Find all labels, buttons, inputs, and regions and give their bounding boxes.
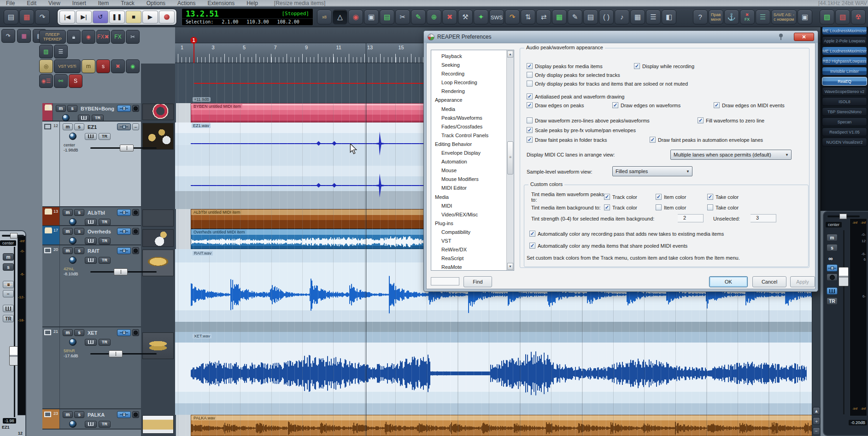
fx-show-button[interactable]: FX: [111, 30, 125, 44]
save-as-numbered-button[interactable]: SAVE AS: -с номером: [771, 10, 797, 24]
radiation-cleanup-button[interactable]: ☢: [851, 10, 866, 24]
pan-knob[interactable]: [69, 420, 76, 428]
track-icon-tab[interactable]: 21: [42, 327, 60, 408]
volume-slider[interactable]: [90, 147, 157, 149]
routing-button[interactable]: [117, 123, 131, 130]
delete-project-folder-button[interactable]: ▧: [835, 10, 850, 24]
solo-all-button[interactable]: s: [96, 59, 110, 73]
pan-knob[interactable]: [69, 237, 76, 244]
envelope-button[interactable]: [85, 238, 97, 244]
remove-fx-button[interactable]: ✖: [442, 10, 457, 24]
prefs-nav-mouse-modifiers[interactable]: Mouse Modifiers: [431, 175, 514, 184]
lock-button[interactable]: 🔒︎: [67, 30, 81, 44]
cd-button[interactable]: ◎: [39, 59, 53, 73]
track-name[interactable]: PALKA: [88, 412, 105, 418]
collapse-button[interactable]: −: [3, 290, 14, 297]
menu-track[interactable]: Track: [115, 0, 141, 6]
track-icon-tab[interactable]: 12: [42, 122, 60, 206]
prefs-nav-track-control-panels[interactable]: Track Control Panels: [431, 131, 514, 140]
menu-item[interactable]: Item: [92, 0, 115, 6]
scroll-up-icon[interactable]: ▲: [507, 51, 513, 58]
pin-icon[interactable]: [779, 34, 783, 37]
dialog-titlebar[interactable]: REAPER Preferences ✕: [424, 31, 818, 43]
fx-slot-isol8[interactable]: ISOL8: [822, 97, 867, 106]
prefs-nav-loop-recording[interactable]: Loop Recording: [431, 78, 514, 87]
zoom-in-vertical-button[interactable]: ＋: [813, 417, 820, 425]
menu-extensions[interactable]: Extensions: [201, 0, 240, 6]
prefs-nav-list[interactable]: PlaybackSeekingRecordingLoop RecordingRe…: [431, 50, 514, 271]
scrollbar-thumb[interactable]: [507, 141, 513, 174]
nav-scrollbar[interactable]: ▲ ▼: [506, 50, 514, 270]
theme-color-button[interactable]: ▦: [19, 10, 34, 24]
checkbox[interactable]: ✓: [656, 194, 662, 200]
lane-palka[interactable]: PALKA.wav: [175, 415, 821, 436]
checkbox[interactable]: [707, 204, 713, 210]
envelope-pencil-button[interactable]: ✎: [568, 10, 582, 24]
zoom-tool-button[interactable]: ⊕: [427, 10, 441, 24]
checkbox[interactable]: [656, 204, 662, 210]
record-arm-button[interactable]: [132, 411, 139, 418]
track-name[interactable]: ALbTbI: [88, 210, 105, 215]
track-name[interactable]: BYBEN+Bong: [81, 106, 114, 111]
routing-button[interactable]: [117, 209, 131, 216]
track-color-tab[interactable]: 8: [42, 103, 53, 121]
list-sync-button[interactable]: ☰: [54, 45, 68, 58]
checkbox[interactable]: ✓: [714, 102, 720, 108]
item-group-button[interactable]: ( ): [599, 10, 614, 24]
solo-button[interactable]: s: [74, 209, 84, 216]
checkbox[interactable]: ✓: [604, 194, 610, 200]
prefs-nav-rendering[interactable]: Rendering: [431, 87, 514, 96]
track-name[interactable]: RAIT: [88, 248, 100, 254]
volume-handle[interactable]: [114, 268, 128, 275]
prefs-nav-video-rex-misc[interactable]: Video/REX/Misc: [431, 210, 514, 219]
record-arm-button[interactable]: [132, 228, 139, 235]
zoom-out-vertical-button[interactable]: −: [813, 427, 820, 435]
checkbox[interactable]: [527, 72, 533, 78]
anchor-button[interactable]: ⚓: [724, 10, 739, 24]
envelope-button[interactable]: [85, 219, 97, 226]
fx-tr-button[interactable]: TR: [99, 257, 111, 264]
prefs-nav-plug-ins[interactable]: Plug-ins: [431, 219, 514, 228]
fx-slot-me-loudnessmaximizer[interactable]: ME LoudnessMaximizer: [822, 26, 867, 35]
screenshot-button[interactable]: ▤: [380, 10, 394, 24]
prefs-nav-compatibility[interactable]: Compatibility: [431, 228, 514, 237]
routing-button[interactable]: [117, 247, 131, 254]
track-panel-ez1[interactable]: 12 m s EZ1 − TR center-1.98dB: [42, 122, 141, 207]
routing-button[interactable]: [117, 228, 131, 235]
envelope-button[interactable]: [78, 115, 90, 122]
fx-tr-button[interactable]: TR: [99, 219, 111, 226]
mute-all-button[interactable]: m: [82, 59, 95, 73]
track-name[interactable]: EZ1: [88, 124, 97, 130]
menu-insert[interactable]: Insert: [66, 0, 92, 6]
volume-fader-track[interactable]: [843, 230, 845, 414]
prefs-nav-recording[interactable]: Recording: [431, 70, 514, 78]
volume-handle[interactable]: [109, 350, 123, 357]
fx-slot-invisible-limiter[interactable]: Invisible Limiter: [822, 67, 867, 76]
pencil-curve-button[interactable]: ↷: [1, 29, 15, 43]
go-to-start-button[interactable]: |◀: [59, 11, 75, 23]
solo-button[interactable]: s: [3, 263, 14, 271]
toggle-repeat-button[interactable]: ↺: [93, 11, 108, 23]
copy-routing-button[interactable]: ⚯: [54, 74, 68, 88]
routing-button[interactable]: [117, 411, 131, 418]
envelope-button[interactable]: [827, 287, 838, 295]
ripple-edit-button[interactable]: ↷: [505, 10, 520, 24]
close-button[interactable]: ✕: [794, 33, 814, 41]
checkbox[interactable]: ✓: [527, 137, 533, 143]
pause-button[interactable]: ❚❚: [109, 11, 125, 23]
pan-knob[interactable]: [69, 218, 76, 226]
fx-slot-specan[interactable]: Specan: [822, 117, 867, 126]
sws-button[interactable]: sws: [489, 10, 504, 24]
record-arm-button[interactable]: [132, 329, 139, 336]
track-name[interactable]: Overheds: [88, 229, 111, 234]
fx-slot-reaeq[interactable]: ReaEQ: [822, 77, 867, 86]
show-routing-button[interactable]: ◉: [126, 59, 140, 73]
prefs-nav-reamote[interactable]: ReaMote: [431, 263, 514, 271]
fx-slot-tbp-stereo2mono[interactable]: TBP Stereo2Mono: [822, 107, 867, 116]
lane-xet[interactable]: XET.wav: [175, 332, 821, 415]
pan-knob[interactable]: [69, 338, 76, 346]
prefs-nav-midi-editor[interactable]: MIDI Editor: [431, 184, 514, 192]
envelope-button[interactable]: [85, 339, 97, 346]
unselect-scissors-button[interactable]: ✂: [126, 30, 140, 44]
fx-bypass-button[interactable]: FX✖: [96, 30, 110, 44]
